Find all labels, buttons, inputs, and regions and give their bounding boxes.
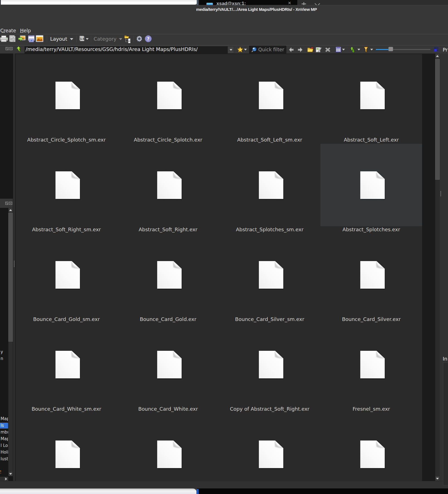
- file-item[interactable]: Abstract_Splotches_sm.exr: [219, 144, 321, 233]
- file-thumbnail-area[interactable]: [320, 323, 422, 406]
- file-thumbnail-area[interactable]: [16, 233, 117, 316]
- convert-icon[interactable]: [9, 35, 17, 43]
- edit-icon[interactable]: [316, 47, 322, 53]
- main-scrollbar-up-button[interactable]: [435, 53, 440, 59]
- file-thumbnail-area[interactable]: [16, 144, 117, 226]
- terminal-tab-close-icon[interactable]: ✕: [288, 1, 291, 5]
- main-scrollbar-thumb[interactable]: [435, 59, 440, 180]
- file-name-label[interactable]: Bounce_Card_Gold.exr: [117, 315, 219, 323]
- category-dropdown-arrow-icon[interactable]: [119, 38, 122, 40]
- tree-item-fragment[interactable]: y: [0, 349, 8, 355]
- layout-dropdown[interactable]: Layout: [50, 34, 67, 44]
- file-name-label[interactable]: Abstract_Soft_Right_sm.exr: [16, 226, 117, 233]
- file-item[interactable]: Bounce_Card_White.exr: [117, 323, 219, 413]
- tree-scrollbar-thumb[interactable]: [8, 213, 13, 342]
- file-thumbnail-area[interactable]: [219, 144, 321, 226]
- file-name-label[interactable]: Bounce_Card_Silver_sm.exr: [219, 315, 321, 323]
- file-thumbnail-area[interactable]: [219, 323, 321, 406]
- left-splitter[interactable]: [13, 53, 15, 481]
- terminal-tab[interactable]: xsad@xsn:1: ✕: [199, 0, 297, 5]
- tree-item-fragment[interactable]: n: [0, 356, 8, 362]
- view-mode-icon[interactable]: [336, 47, 341, 52]
- folder-tree-icon[interactable]: [124, 35, 132, 43]
- file-name-label[interactable]: Abstract_Soft_Right.exr: [117, 226, 219, 233]
- layout-dropdown-arrow-icon[interactable]: [70, 38, 73, 40]
- tree-item-fragment[interactable]: Holid: [0, 449, 8, 455]
- parent-folder-icon[interactable]: [16, 46, 21, 52]
- view-mode-dropdown-arrow-icon[interactable]: [342, 49, 345, 50]
- file-thumbnail-area[interactable]: [320, 413, 422, 481]
- file-item[interactable]: Copy of Abstract_Soft_Right.exr: [219, 323, 321, 413]
- file-name-label[interactable]: Abstract_Splotches_sm.exr: [219, 226, 321, 233]
- new-tab-icon[interactable]: [301, 0, 306, 5]
- tree-item-fragment[interactable]: Maps: [0, 416, 8, 422]
- back-icon[interactable]: [289, 47, 294, 53]
- file-item[interactable]: [219, 413, 321, 481]
- dock-close-icon[interactable]: [9, 47, 13, 50]
- file-thumbnail-area[interactable]: [320, 144, 422, 226]
- file-name-label[interactable]: Bounce_Card_Gold_sm.exr: [16, 315, 117, 323]
- file-item[interactable]: Bounce_Card_White_sm.exr: [16, 323, 117, 413]
- file-item[interactable]: Abstract_Circle_Splotch_sm.exr: [16, 54, 117, 144]
- file-thumbnail-area[interactable]: [219, 233, 321, 316]
- file-thumbnail-area[interactable]: [16, 54, 117, 137]
- tree-scrollbar-up-button[interactable]: [8, 208, 13, 213]
- main-scrollbar-down-button[interactable]: [435, 476, 440, 481]
- tab-list-chevron-icon[interactable]: [315, 3, 320, 5]
- favorites-dropdown-arrow-icon[interactable]: [244, 49, 247, 50]
- tree-scrollbar-down-button[interactable]: [8, 471, 13, 476]
- file-item[interactable]: Abstract_Splotches.exr: [320, 144, 422, 233]
- file-thumbnail-area[interactable]: [219, 54, 321, 137]
- file-thumbnail-area[interactable]: [117, 233, 219, 316]
- tree-item-fragment[interactable]: ls: [0, 423, 8, 429]
- file-thumbnail-area[interactable]: [16, 323, 117, 406]
- category-dropdown[interactable]: Category: [94, 34, 116, 44]
- file-item[interactable]: Bounce_Card_Gold.exr: [117, 233, 219, 323]
- thumbnail-size-slider[interactable]: [376, 49, 430, 50]
- file-thumbnail-area[interactable]: [117, 413, 219, 481]
- file-thumbnail-area[interactable]: [16, 413, 117, 481]
- file-item[interactable]: Abstract_Soft_Left_sm.exr: [219, 54, 321, 144]
- file-name-label[interactable]: Bounce_Card_Silver.exr: [320, 315, 422, 323]
- file-item[interactable]: [16, 413, 117, 481]
- export-icon[interactable]: [18, 35, 26, 43]
- sort-order-dropdown-arrow-icon[interactable]: [357, 49, 360, 50]
- path-input[interactable]: /media/terry/VAULT/Resources/GSG/hdris/A…: [25, 46, 228, 53]
- image-icon[interactable]: [36, 35, 43, 43]
- file-item[interactable]: Fresnel_sm.exr: [320, 323, 422, 413]
- file-name-label[interactable]: Bounce_Card_White.exr: [117, 405, 219, 413]
- slider-handle[interactable]: [388, 47, 393, 51]
- file-item[interactable]: Bounce_Card_Silver.exr: [320, 233, 422, 323]
- file-item[interactable]: Abstract_Soft_Right_sm.exr: [16, 144, 117, 233]
- file-name-label[interactable]: Bounce_Card_White_sm.exr: [16, 405, 117, 413]
- tree-item-fragment[interactable]: mbr: [0, 429, 8, 435]
- tree-hscrollbar-right-button[interactable]: [4, 477, 8, 481]
- tree-item-fragment[interactable]: Maps: [0, 436, 8, 442]
- file-item[interactable]: Abstract_Soft_Left.exr: [320, 54, 422, 144]
- file-name-label[interactable]: Abstract_Circle_Splotch_sm.exr: [16, 136, 117, 144]
- sort-order-icon[interactable]: [350, 47, 355, 53]
- filter-funnel-icon[interactable]: [364, 47, 368, 53]
- file-name-label[interactable]: Abstract_Splotches.exr: [320, 226, 422, 233]
- preview-pane-icon[interactable]: [434, 47, 439, 52]
- file-item[interactable]: Abstract_Circle_Splotch.exr: [117, 54, 219, 144]
- delete-icon[interactable]: [325, 47, 330, 52]
- settings-gear-icon[interactable]: [136, 35, 143, 43]
- tree-item-fragment[interactable]: lust: [0, 456, 8, 462]
- sort-dropdown-arrow-icon[interactable]: [86, 38, 89, 40]
- sort-thumbnails-icon[interactable]: 1-5: [79, 36, 84, 42]
- forward-icon[interactable]: [298, 47, 303, 53]
- file-name-label[interactable]: Abstract_Circle_Splotch.exr: [117, 136, 219, 144]
- file-item[interactable]: Bounce_Card_Silver_sm.exr: [219, 233, 321, 323]
- file-thumbnail-area[interactable]: [117, 144, 219, 226]
- dock-close-icon[interactable]: [9, 202, 12, 205]
- file-item[interactable]: [320, 413, 422, 481]
- new-folder-icon[interactable]: [307, 47, 313, 53]
- file-thumbnail-area[interactable]: [117, 323, 219, 406]
- file-item[interactable]: Abstract_Soft_Right.exr: [117, 144, 219, 233]
- file-item[interactable]: [117, 413, 219, 481]
- favorites-star-icon[interactable]: [237, 47, 243, 53]
- help-icon[interactable]: ?: [145, 35, 152, 43]
- file-item[interactable]: Bounce_Card_Gold_sm.exr: [16, 233, 117, 323]
- filter-dropdown-arrow-icon[interactable]: [370, 49, 373, 50]
